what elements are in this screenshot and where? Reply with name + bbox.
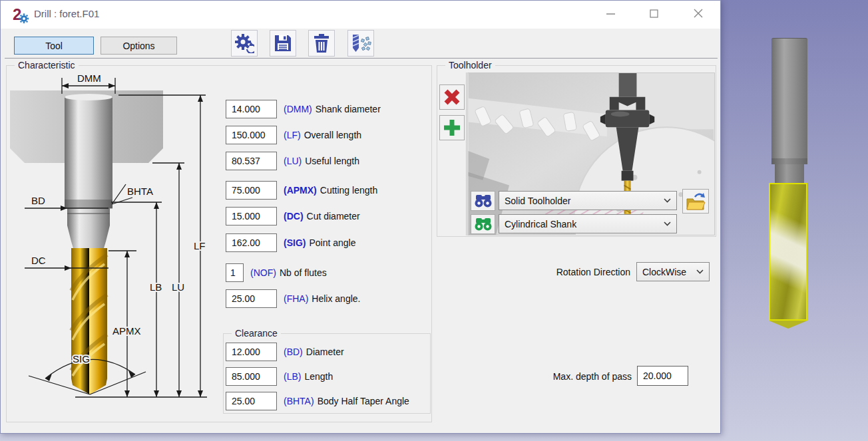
tool-display-button[interactable] xyxy=(347,30,374,57)
helix-angle-input[interactable] xyxy=(226,289,277,308)
field-label: Overall length xyxy=(304,130,361,140)
gear-refresh-icon xyxy=(234,33,254,53)
field-label: Length xyxy=(304,371,333,382)
add-toolholder-button[interactable] xyxy=(439,115,465,140)
cutting-length-input[interactable] xyxy=(226,181,277,200)
clearance-legend: Clearance xyxy=(232,328,281,339)
point-angle-input[interactable] xyxy=(226,233,277,252)
field-code: (NOF) xyxy=(250,267,276,278)
field-shank-diameter: (DMM) Shank diameter xyxy=(226,100,381,118)
field-code: (LF) xyxy=(284,130,301,140)
cut-diameter-input[interactable] xyxy=(226,207,277,225)
drill-render-neck xyxy=(775,164,804,183)
drill-dialog: 2 Drill : foret.F01 Tool Options xyxy=(0,0,721,434)
title-bar: 2 Drill : foret.F01 xyxy=(1,1,720,29)
tab-options[interactable]: Options xyxy=(101,37,177,55)
field-point-angle: (SIG) Point angle xyxy=(226,233,356,252)
field-code: (SIG) xyxy=(284,237,306,248)
search-toolholder-button[interactable] xyxy=(471,191,495,211)
field-label: Cut diameter xyxy=(307,211,360,221)
rotation-direction-select[interactable]: ClockWise xyxy=(636,262,710,281)
toolholder-type-select[interactable]: Solid Toolholder xyxy=(499,191,677,210)
field-label: Point angle xyxy=(309,237,355,248)
remove-x-icon xyxy=(443,88,461,106)
field-code: (BD) xyxy=(284,347,303,357)
tab-tool[interactable]: Tool xyxy=(14,37,94,55)
max-depth-label: Max. depth of pass xyxy=(467,371,632,382)
minimize-button[interactable] xyxy=(593,1,628,26)
update-parameters-button[interactable] xyxy=(231,30,258,57)
remove-toolholder-button[interactable] xyxy=(439,84,465,110)
diagram-label-lf: LF xyxy=(194,240,206,251)
body-half-taper-angle-input[interactable] xyxy=(226,392,277,410)
shank-diameter-input[interactable] xyxy=(226,100,277,118)
field-code: (DMM) xyxy=(284,104,312,114)
open-toolholder-file-button[interactable] xyxy=(682,189,709,214)
chevron-down-icon xyxy=(664,198,671,203)
trash-icon xyxy=(313,34,330,53)
save-icon xyxy=(274,34,292,53)
chevron-down-icon xyxy=(664,221,671,226)
toolholder-legend: Toolholder xyxy=(445,60,495,71)
max-depth-input[interactable] xyxy=(637,366,688,386)
field-label: Nb of flutes xyxy=(280,267,327,278)
close-button[interactable] xyxy=(680,1,717,26)
field-code: (DC) xyxy=(284,211,304,221)
field-useful-length: (LU) Useful length xyxy=(226,152,359,170)
diagram-label-bhta: BHTA xyxy=(127,186,153,197)
save-button[interactable] xyxy=(270,30,296,57)
field-clearance-diameter: (BD) Diameter xyxy=(226,343,344,361)
toolbar-separator xyxy=(5,58,718,59)
field-overall-length: (LF) Overall length xyxy=(226,126,361,144)
maximize-button[interactable] xyxy=(636,1,671,26)
field-clearance-length: (LB) Length xyxy=(226,367,333,386)
diagram-label-sig: SIG xyxy=(73,353,90,365)
viewport-3d xyxy=(722,0,868,441)
characteristic-legend: Characteristic xyxy=(15,60,79,71)
diagram-label-bd: BD xyxy=(31,195,45,206)
field-label: Body Half Taper Angle xyxy=(318,396,409,406)
drill-render-shank xyxy=(771,38,807,158)
toolholder-preview-image xyxy=(467,73,715,235)
clearance-length-input[interactable] xyxy=(226,367,277,386)
delete-button[interactable] xyxy=(308,30,335,57)
drill-render-tip xyxy=(769,321,807,329)
minimize-icon xyxy=(606,9,615,18)
field-code: (FHA) xyxy=(284,293,308,304)
field-body-half-taper-angle: (BHTA) Body Half Taper Angle xyxy=(226,392,409,410)
rotation-direction-value: ClockWise xyxy=(642,267,696,277)
field-label: Cutting length xyxy=(320,185,377,196)
useful-length-input[interactable] xyxy=(226,152,277,170)
clearance-diameter-input[interactable] xyxy=(226,343,277,361)
drill-render-ring xyxy=(771,158,807,164)
close-icon xyxy=(694,9,703,18)
diagram-label-lu: LU xyxy=(172,281,184,293)
drill-chips-icon xyxy=(350,34,371,53)
field-cutting-length: (APMX) Cutting length xyxy=(226,181,377,200)
field-nb-of-flutes: (NOF) Nb of flutes xyxy=(226,263,327,282)
diagram-label-apmx: APMX xyxy=(112,325,141,337)
toolholder-type-value: Solid Toolholder xyxy=(505,196,664,206)
field-helix-angle: (FHA) Helix angle. xyxy=(226,289,360,308)
field-label: Diameter xyxy=(306,347,344,357)
field-label: Useful length xyxy=(305,156,359,166)
toolholder-divider xyxy=(466,73,467,235)
diagram-label-dmm: DMM xyxy=(77,73,101,84)
nb-of-flutes-input[interactable] xyxy=(226,263,244,282)
field-code: (LU) xyxy=(284,156,302,166)
search-shank-button[interactable] xyxy=(471,214,495,234)
overall-length-input[interactable] xyxy=(226,126,277,144)
field-code: (BHTA) xyxy=(284,396,314,406)
diagram-label-dc: DC xyxy=(31,255,46,266)
svg-text:2: 2 xyxy=(13,6,21,23)
binoculars-green-icon xyxy=(475,218,492,231)
add-plus-icon xyxy=(443,119,461,136)
rotation-direction-label: Rotation Direction xyxy=(467,267,630,277)
drill-diagram: DMM BHTA BD DC SIG APMX LB LU LF xyxy=(9,71,223,422)
maximize-icon xyxy=(650,9,658,18)
shank-type-select[interactable]: Cylindrical Shank xyxy=(499,214,677,233)
app-logo-icon: 2 xyxy=(11,6,29,23)
field-label: Helix angle. xyxy=(312,293,360,304)
field-code: (APMX) xyxy=(284,185,317,196)
window-title: Drill : foret.F01 xyxy=(34,8,99,19)
